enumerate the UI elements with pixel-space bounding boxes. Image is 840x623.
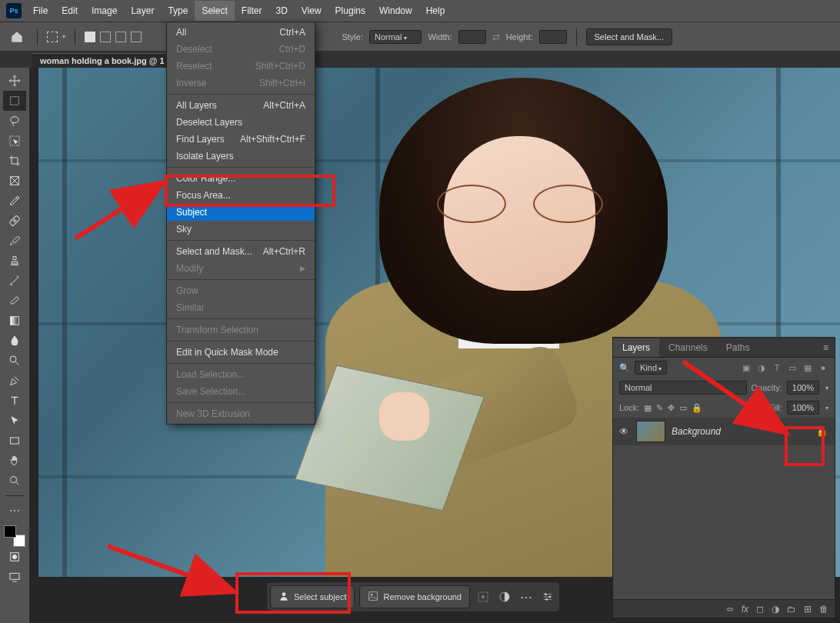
height-input[interactable] [539, 30, 567, 44]
blur-tool[interactable] [3, 331, 26, 351]
document-tab[interactable]: woman holding a book.jpg @ 1 [32, 53, 172, 68]
menu-item-subject[interactable]: Subject [167, 204, 315, 221]
crop-tool[interactable] [3, 151, 26, 171]
new-selection-icon[interactable] [85, 32, 95, 42]
adjustment-layer-icon[interactable]: ◑ [772, 604, 779, 615]
object-selection-tool[interactable] [3, 131, 26, 151]
layer-mask-icon[interactable]: ◻ [756, 604, 764, 615]
marquee-tool[interactable] [3, 91, 26, 111]
edit-toolbar[interactable]: ⋯ [3, 501, 26, 521]
select-subject-button[interactable]: Select subject [270, 585, 355, 608]
quick-mask-toggle[interactable] [3, 547, 26, 567]
intersect-selection-icon[interactable] [131, 32, 142, 42]
menu-select[interactable]: Select [195, 1, 234, 21]
lock-transparency-icon[interactable]: ▦ [644, 403, 652, 413]
menu-view[interactable]: View [295, 1, 328, 21]
subtract-selection-icon[interactable] [115, 32, 126, 42]
select-and-mask-button[interactable]: Select and Mask... [586, 28, 673, 45]
menu-item-deselect-layers[interactable]: Deselect Layers [167, 114, 315, 131]
layer-name[interactable]: Background [672, 426, 810, 437]
lock-artboard-icon[interactable]: ▭ [679, 403, 687, 413]
filter-smart-icon[interactable]: ▦ [802, 362, 813, 373]
menu-item-color-range[interactable]: Color Range... [167, 170, 315, 187]
menu-item-find-layers[interactable]: Find LayersAlt+Shift+Ctrl+F [167, 131, 315, 148]
pen-tool[interactable] [3, 371, 26, 391]
filter-kind-select[interactable]: Kind▾ [635, 361, 667, 375]
link-layers-icon[interactable]: ⬄ [726, 604, 734, 615]
menu-window[interactable]: Window [372, 1, 419, 21]
layer-row-background[interactable]: 👁 Background 🔒 [613, 418, 835, 445]
visibility-icon[interactable]: 👁 [619, 426, 630, 437]
generative-fill-icon[interactable] [475, 588, 492, 605]
adjustment-icon[interactable] [496, 588, 513, 605]
more-icon[interactable]: ⋯ [518, 588, 535, 605]
hand-tool[interactable] [3, 451, 26, 471]
menu-3d[interactable]: 3D [268, 1, 294, 21]
paths-tab[interactable]: Paths [717, 338, 759, 357]
menu-item-edit-in-quick-mask-mode[interactable]: Edit in Quick Mask Mode [167, 344, 315, 361]
menu-plugins[interactable]: Plugins [328, 1, 372, 21]
lock-icon[interactable]: 🔒 [816, 426, 828, 437]
fill-input[interactable]: 100% [787, 401, 819, 415]
delete-layer-icon[interactable]: 🗑 [819, 604, 828, 615]
menu-item-focus-area[interactable]: Focus Area... [167, 187, 315, 204]
filter-toggle-icon[interactable]: ● [818, 362, 828, 373]
eyedropper-tool[interactable] [3, 191, 26, 211]
eraser-tool[interactable] [3, 291, 26, 311]
rectangle-tool[interactable] [3, 431, 26, 451]
menu-layer[interactable]: Layer [124, 1, 161, 21]
menu-item-isolate-layers[interactable]: Isolate Layers [167, 148, 315, 165]
new-layer-icon[interactable]: ⊞ [804, 604, 812, 615]
add-selection-icon[interactable] [100, 32, 111, 42]
panel-menu-icon[interactable]: ≡ [817, 342, 835, 353]
history-brush-tool[interactable] [3, 271, 26, 291]
blend-mode-select[interactable]: Normal [619, 381, 747, 395]
properties-icon[interactable] [539, 588, 556, 605]
stamp-tool[interactable] [3, 251, 26, 271]
filter-adjustment-icon[interactable]: ◑ [756, 362, 767, 373]
type-tool[interactable] [3, 391, 26, 411]
menu-image[interactable]: Image [85, 1, 124, 21]
menu-edit[interactable]: Edit [55, 1, 85, 21]
tools-panel: ⋯ [0, 68, 29, 623]
frame-tool[interactable] [3, 171, 26, 191]
layer-style-icon[interactable]: fx [742, 604, 748, 615]
marquee-tool-preset[interactable]: ▾ [47, 32, 65, 42]
menu-help[interactable]: Help [419, 1, 452, 21]
move-tool[interactable] [3, 71, 26, 91]
lock-position-icon[interactable]: ✥ [668, 403, 675, 413]
selection-mode-icons[interactable] [85, 32, 142, 42]
filter-type-icon[interactable]: T [772, 362, 782, 373]
healing-tool[interactable] [3, 211, 26, 231]
menu-item-sky[interactable]: Sky [167, 221, 315, 238]
menu-item-all-layers[interactable]: All LayersAlt+Ctrl+A [167, 97, 315, 114]
swap-icon[interactable]: ⇄ [492, 32, 500, 42]
group-icon[interactable]: 🗀 [787, 604, 796, 615]
brush-tool[interactable] [3, 231, 26, 251]
screen-mode[interactable] [3, 567, 26, 587]
remove-background-button[interactable]: Remove background [359, 585, 470, 608]
menu-item-all[interactable]: AllCtrl+A [167, 24, 315, 41]
filter-shape-icon[interactable]: ▭ [787, 362, 798, 373]
lasso-tool[interactable] [3, 111, 26, 131]
channels-tab[interactable]: Channels [659, 338, 717, 357]
opacity-input[interactable]: 100% [787, 381, 819, 395]
home-button[interactable] [6, 26, 28, 48]
layers-tab[interactable]: Layers [613, 338, 659, 357]
zoom-tool[interactable] [3, 471, 26, 491]
lock-all-icon[interactable]: 🔒 [692, 403, 702, 413]
style-select[interactable]: Normal ▾ [369, 30, 422, 44]
path-selection-tool[interactable] [3, 411, 26, 431]
dodge-tool[interactable] [3, 351, 26, 371]
menu-item-select-and-mask[interactable]: Select and Mask...Alt+Ctrl+R [167, 243, 315, 260]
filter-pixel-icon[interactable]: ▣ [741, 362, 752, 373]
foreground-color-swatch[interactable] [4, 525, 16, 538]
gradient-tool[interactable] [3, 311, 26, 331]
foreground-background-colors[interactable] [4, 525, 25, 547]
menu-type[interactable]: Type [161, 1, 195, 21]
lock-image-icon[interactable]: ✎ [656, 403, 663, 413]
width-input[interactable] [458, 30, 486, 44]
menu-file[interactable]: File [26, 1, 55, 21]
menu-filter[interactable]: Filter [235, 1, 269, 21]
layer-thumbnail[interactable] [636, 421, 665, 442]
